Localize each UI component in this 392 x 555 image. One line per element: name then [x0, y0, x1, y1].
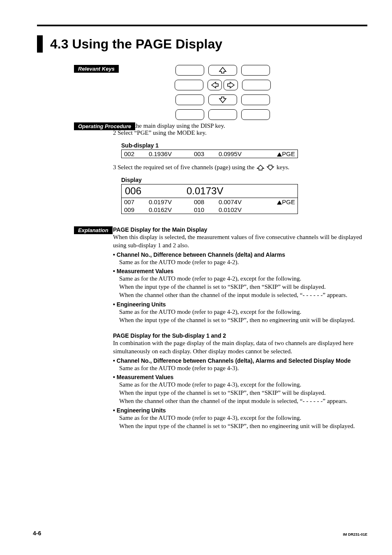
step-1: 1 Select the main display using the DISP… [113, 122, 367, 129]
bullet-body: Same as for the AUTO mode (refer to page… [119, 364, 367, 372]
bullet-body: Same as for the AUTO mode (refer to page… [119, 308, 367, 316]
bullet-body: When the input type of the channel is se… [119, 316, 367, 324]
key-button[interactable] [241, 109, 270, 120]
bullet-channel-no: Channel No., Difference between Channels… [113, 251, 367, 258]
ch-cell: 009 [124, 206, 149, 213]
up-arrow-button[interactable] [208, 65, 237, 76]
ch-cell: 003 [194, 150, 219, 157]
mode-cell: PGE [264, 150, 295, 157]
top-rule [37, 25, 367, 26]
operating-procedure-label: Operating Procedure [74, 122, 135, 130]
key-button[interactable] [208, 109, 237, 120]
exp-para: In combination with the page display of … [113, 339, 367, 356]
triangle-up-icon [277, 200, 282, 205]
bullet-engineering: Engineering Units [113, 301, 367, 308]
bullet-engineering-2: Engineering Units [113, 407, 367, 414]
key-button[interactable] [242, 80, 271, 90]
page-number: 4-6 [33, 530, 41, 537]
exp-heading-main: PAGE Display for the Main Display [113, 226, 367, 233]
operating-procedure-section: Operating Procedure 1 Select the main di… [37, 122, 367, 214]
bullet-body: When the input type of the channel is se… [119, 283, 367, 291]
bullet-body: Same as for the AUTO mode (refer to page… [119, 380, 367, 389]
ch-cell: 002 [124, 150, 149, 157]
step-3: 3 Select the required set of five channe… [113, 164, 367, 171]
mode-cell: PGE [264, 198, 295, 205]
relevant-keys-section: Relevant Keys [37, 65, 367, 122]
title-bar-icon [37, 35, 43, 53]
bullet-body: Same as for the AUTO mode (refer to page… [119, 274, 367, 283]
bullet-measurement: Measurement Values [113, 268, 367, 274]
right-arrow-button[interactable] [224, 80, 238, 90]
key-button[interactable] [241, 94, 270, 105]
val-cell: 0.0162V [149, 206, 194, 213]
bullet-body: When the channel other than the channel … [119, 291, 367, 299]
up-arrow-icon [218, 66, 227, 74]
document-id: IM DR231-01E [343, 532, 367, 537]
key-button[interactable] [175, 65, 204, 76]
down-arrow-icon [218, 96, 227, 104]
bullet-body: When the channel other than the channel … [119, 397, 367, 405]
left-arrow-icon [210, 81, 219, 89]
left-arrow-button[interactable] [208, 80, 222, 90]
val-cell: 0.0995V [219, 150, 264, 157]
big-val-cell: 0.0173V [187, 185, 223, 197]
big-ch-cell: 006 [125, 185, 187, 197]
sub-display-1-box: 002 0.1936V 003 0.0995V PGE [121, 150, 298, 158]
key-button[interactable] [175, 94, 204, 105]
sub-display-1-heading: Sub-display 1 [121, 142, 367, 149]
exp-para: When this display is selected, the measu… [113, 233, 367, 250]
key-button[interactable] [241, 65, 270, 76]
display-heading: Display [121, 177, 367, 183]
ch-cell: 008 [194, 198, 219, 205]
main-display-box: 006 0.0173V 007 0.0197V 008 0.0074V PGE … [121, 184, 298, 214]
title-text: 4.3 Using the PAGE Display [50, 37, 222, 52]
bullet-measurement-2: Measurement Values [113, 374, 367, 380]
relevant-keys-label: Relevant Keys [74, 65, 119, 73]
exp-heading-sub: PAGE Display for the Sub-display 1 and 2 [113, 332, 367, 339]
section-title: 4.3 Using the PAGE Display [37, 35, 367, 53]
val-cell: 0.0074V [219, 198, 264, 205]
key-button[interactable] [175, 109, 204, 120]
down-arrow-button[interactable] [208, 94, 237, 105]
val-cell: 0.1936V [149, 150, 194, 157]
triangle-up-icon [277, 152, 282, 157]
bullet-body: When the input type of the channel is se… [119, 389, 367, 397]
bullet-channel-no-2: Channel No., Difference between Channels… [113, 357, 367, 364]
bullet-body: Same as for the AUTO mode (refer to page… [119, 258, 367, 266]
bullet-body: When the input type of the channel is se… [119, 422, 367, 430]
step-2: 2 Select “PGE” using the MODE key. [113, 129, 367, 136]
explanation-section: Explanation PAGE Display for the Main Di… [37, 226, 367, 430]
val-cell: 0.0197V [149, 198, 194, 205]
ch-cell: 007 [124, 198, 149, 205]
up-down-keys-icon [256, 164, 275, 171]
right-arrow-icon [226, 81, 235, 89]
key-button[interactable] [175, 80, 203, 90]
explanation-label: Explanation [74, 226, 113, 234]
bullet-body: Same as for the AUTO mode (refer to page… [119, 414, 367, 422]
val-cell: 0.0102V [219, 206, 264, 213]
keys-block [37, 65, 367, 120]
ch-cell: 010 [194, 206, 219, 213]
